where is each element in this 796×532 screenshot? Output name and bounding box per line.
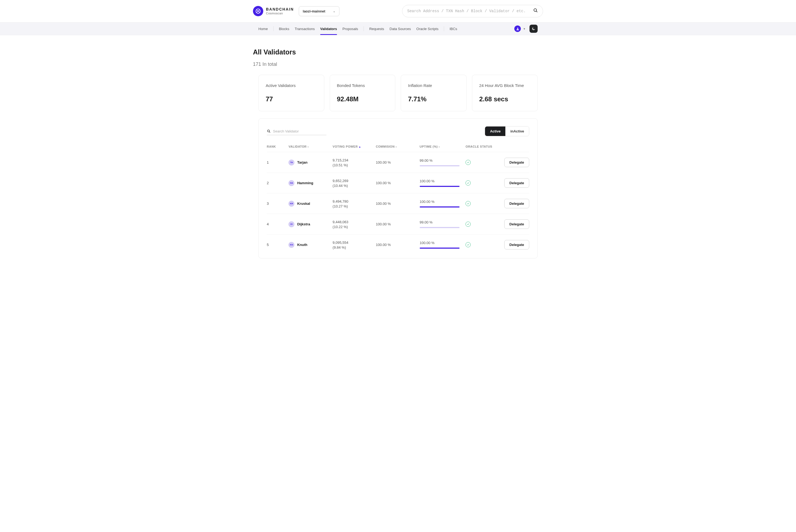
sort-icon: ♦ bbox=[438, 146, 440, 148]
oracle-status-check-icon bbox=[466, 201, 471, 206]
uptime-value: 100.00 % bbox=[420, 179, 466, 183]
dark-mode-toggle[interactable] bbox=[529, 25, 538, 33]
logo-icon bbox=[253, 6, 263, 16]
th-oracle: ORACLE STATUS bbox=[466, 145, 492, 148]
uptime-value: 99.00 % bbox=[420, 158, 466, 163]
th-validator[interactable]: VALIDATOR bbox=[288, 145, 307, 148]
nav-divider bbox=[273, 26, 274, 31]
th-rank: RANK bbox=[267, 145, 276, 148]
uptime-bar bbox=[420, 165, 459, 166]
voting-power-pct: (10.44 %) bbox=[333, 184, 376, 188]
brand-name: BANDCHAIN bbox=[266, 7, 294, 12]
nav-transactions[interactable]: Transactions bbox=[295, 22, 315, 35]
svg-point-3 bbox=[268, 130, 270, 132]
voting-power-value: 9,095,554 bbox=[333, 240, 376, 245]
table-row: 2HAHamming9,652,269(10.44 %)100.00 %100.… bbox=[267, 173, 529, 193]
user-menu-button[interactable] bbox=[514, 25, 521, 32]
commission-value: 100.00 % bbox=[376, 222, 391, 226]
svg-point-2 bbox=[517, 27, 518, 29]
validator-cell[interactable]: HAHamming bbox=[288, 180, 333, 186]
sort-up-icon: ▲ bbox=[359, 146, 361, 148]
stat-value: 7.71% bbox=[408, 95, 459, 103]
commission-value: 100.00 % bbox=[376, 160, 391, 165]
table-row: 3KRKruskal9,494,780(10.27 %)100.00 %100.… bbox=[267, 193, 529, 214]
uptime-value: 100.00 % bbox=[420, 241, 466, 245]
page-title: All Validators bbox=[253, 48, 543, 56]
uptime-bar bbox=[420, 206, 459, 208]
nav-divider bbox=[444, 26, 444, 31]
voting-power-value: 9,652,269 bbox=[333, 178, 376, 184]
network-selector[interactable]: laozi-mainnet ⌄ bbox=[299, 6, 340, 16]
voting-power-value: 9,715,234 bbox=[333, 158, 376, 163]
delegate-button[interactable]: Delegate bbox=[504, 158, 529, 167]
voting-power-pct: (9.84 %) bbox=[333, 245, 376, 249]
nav-blocks[interactable]: Blocks bbox=[279, 22, 289, 35]
voting-power-pct: (10.27 %) bbox=[333, 204, 376, 208]
toggle-active[interactable]: Active bbox=[485, 127, 505, 136]
table-row: 5KNKnuth9,095,554(9.84 %)100.00 %100.00 … bbox=[267, 234, 529, 255]
nav-validators[interactable]: Validators bbox=[320, 22, 337, 35]
voting-power-pct: (10.22 %) bbox=[333, 225, 376, 229]
oracle-status-check-icon bbox=[466, 160, 471, 165]
uptime-bar bbox=[420, 186, 459, 187]
chevron-down-icon[interactable]: ▼ bbox=[523, 27, 526, 30]
stat-label: Active Validators bbox=[266, 83, 317, 88]
stat-label: 24 Hour AVG Block Time bbox=[480, 83, 530, 88]
validators-table: RANK VALIDATOR♦ VOTING POWER▲ COMMISION♦… bbox=[267, 143, 529, 255]
brand-logo[interactable]: BANDCHAIN Cosmoscan bbox=[253, 6, 294, 16]
delegate-button[interactable]: Delegate bbox=[504, 220, 529, 229]
uptime-bar bbox=[420, 227, 459, 228]
validator-cell[interactable]: DIDijkstra bbox=[288, 221, 333, 227]
stat-value: 77 bbox=[266, 95, 317, 103]
delegate-button[interactable]: Delegate bbox=[504, 240, 529, 249]
search-icon[interactable] bbox=[533, 8, 538, 14]
delegate-button[interactable]: Delegate bbox=[504, 178, 529, 188]
stat-inflation-rate: Inflation Rate 7.71% bbox=[401, 75, 467, 111]
validator-name: Tarjan bbox=[297, 160, 307, 165]
brand-sub: Cosmoscan bbox=[266, 12, 294, 15]
nav-requests[interactable]: Requests bbox=[369, 22, 384, 35]
global-search[interactable] bbox=[402, 5, 543, 17]
commission-value: 100.00 % bbox=[376, 202, 391, 206]
validator-name: Knuth bbox=[297, 243, 307, 247]
nav-ibcs[interactable]: IBCs bbox=[450, 22, 457, 35]
network-label: laozi-mainnet bbox=[303, 9, 325, 13]
nav-proposals[interactable]: Proposals bbox=[342, 22, 358, 35]
validator-cell[interactable]: KNKnuth bbox=[288, 242, 333, 248]
uptime-value: 99.00 % bbox=[420, 220, 466, 224]
toggle-inactive[interactable]: inActive bbox=[505, 127, 529, 136]
validator-name: Hamming bbox=[297, 181, 313, 185]
voting-power-pct: (10.51 %) bbox=[333, 163, 376, 167]
validator-avatar: KN bbox=[288, 242, 294, 248]
validator-search[interactable] bbox=[267, 128, 326, 135]
th-voting-power[interactable]: VOTING POWER bbox=[333, 145, 358, 148]
rank-cell: 4 bbox=[267, 214, 288, 234]
validator-avatar: KR bbox=[288, 201, 294, 207]
stat-value: 2.68 secs bbox=[480, 95, 530, 103]
voting-power-value: 9,448,063 bbox=[333, 220, 376, 225]
th-uptime[interactable]: UPTIME (%) bbox=[420, 145, 438, 148]
validators-table-card: Active inActive RANK VALIDATOR♦ VOTING P… bbox=[258, 118, 538, 259]
rank-cell: 3 bbox=[267, 193, 288, 214]
validator-cell[interactable]: TATarjan bbox=[288, 159, 333, 166]
nav-oracle-scripts[interactable]: Oracle Scripts bbox=[416, 22, 439, 35]
chevron-down-icon: ⌄ bbox=[333, 10, 336, 13]
th-commission[interactable]: COMMISION bbox=[376, 145, 395, 148]
validator-avatar: TA bbox=[288, 159, 294, 166]
sort-icon: ♦ bbox=[307, 146, 309, 148]
uptime-bar bbox=[420, 248, 459, 249]
global-search-input[interactable] bbox=[407, 9, 533, 13]
delegate-button[interactable]: Delegate bbox=[504, 199, 529, 208]
stat-bonded-tokens: Bonded Tokens 92.48M bbox=[330, 75, 396, 111]
nav-data-sources[interactable]: Data Sources bbox=[390, 22, 411, 35]
validator-search-input[interactable] bbox=[273, 129, 326, 133]
validator-avatar: DI bbox=[288, 221, 294, 227]
oracle-status-check-icon bbox=[466, 242, 471, 247]
validator-cell[interactable]: KRKruskal bbox=[288, 201, 333, 207]
stat-block-time: 24 Hour AVG Block Time 2.68 secs bbox=[472, 75, 538, 111]
validator-avatar: HA bbox=[288, 180, 294, 186]
oracle-status-check-icon bbox=[466, 180, 471, 186]
nav-home[interactable]: Home bbox=[258, 22, 268, 35]
commission-value: 100.00 % bbox=[376, 243, 391, 247]
stat-active-validators: Active Validators 77 bbox=[258, 75, 324, 111]
